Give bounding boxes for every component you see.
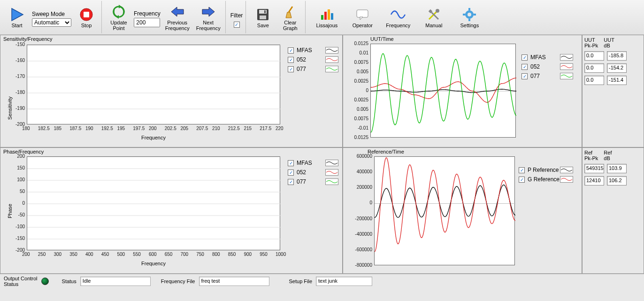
uut-db-0: -185.8 xyxy=(607,51,627,61)
uut-pkpk-1: 0.0 xyxy=(584,63,604,73)
manual-button[interactable]: Manual xyxy=(417,2,450,32)
stop-icon xyxy=(79,7,93,23)
legend-check-052[interactable]: ✓ xyxy=(288,57,294,63)
svg-marker-18 xyxy=(360,17,363,20)
filter-label: Filter xyxy=(230,12,243,19)
svg-line-11 xyxy=(289,7,292,12)
uut-check-077[interactable]: ✓ xyxy=(521,73,528,79)
sweep-mode-label: Sweep Mode xyxy=(32,11,65,17)
chart-sensitivity xyxy=(27,45,280,124)
ref-db-1: 106.2 xyxy=(607,176,627,185)
start-button[interactable]: Start xyxy=(5,2,29,32)
legend-sensitivity: ✓MFAS ✓052 ✓077 xyxy=(288,47,312,72)
output-control-led xyxy=(41,278,49,285)
svg-rect-25 xyxy=(468,8,470,10)
uut-pkpk-0: 0.0 xyxy=(584,51,604,61)
swatch-077 xyxy=(325,66,338,72)
svg-marker-6 xyxy=(202,7,215,16)
operator-button[interactable]: Operator xyxy=(346,2,379,32)
ref-check-g[interactable]: ✓ xyxy=(519,177,525,183)
uut-check-mfas[interactable]: ✓ xyxy=(521,54,528,61)
frequency-button[interactable]: Frequency xyxy=(382,2,414,32)
output-control-label: Output Control Status xyxy=(4,276,38,287)
chart-phase xyxy=(27,156,280,250)
ref-check-p[interactable]: ✓ xyxy=(519,167,525,173)
svg-rect-28 xyxy=(474,14,476,15)
panel-uut-time: UUT/Time ✓MFAS ✓052 ✓077 0.01250.010.007… xyxy=(343,35,582,147)
uut-db-1: -154.2 xyxy=(607,63,627,73)
side-ref: Ref Pk-Pk Ref dB 549315103.9 12410106.2 xyxy=(582,147,644,274)
svg-rect-13 xyxy=(321,15,323,20)
sweep-mode-select[interactable]: Automatic xyxy=(32,18,71,27)
save-icon xyxy=(256,7,270,23)
frequency-input[interactable] xyxy=(134,18,160,27)
panel-sensitivity-frequency: Sensitivity/Frequency Sensitivity Freque… xyxy=(0,35,343,147)
stop-button[interactable]: Stop xyxy=(74,2,99,32)
main-grid: Sensitivity/Frequency Sensitivity Freque… xyxy=(0,35,644,274)
bars-icon xyxy=(320,7,334,23)
svg-point-24 xyxy=(468,13,471,16)
prev-frequency-button[interactable]: Previous Frequency xyxy=(163,2,192,32)
lissajous-button[interactable]: Lissajous xyxy=(310,2,343,32)
sine-icon xyxy=(390,7,406,23)
phase-check-052[interactable]: ✓ xyxy=(288,170,294,176)
ref-db-0: 103.9 xyxy=(607,164,627,173)
panel-reference-time: Reference/Time ✓P Reference ✓G Reference… xyxy=(343,147,582,274)
svg-rect-26 xyxy=(468,19,470,21)
uut-db-2: -151.4 xyxy=(607,76,627,85)
uut-pkpk-2: 0.0 xyxy=(584,76,604,85)
chart-reference xyxy=(374,156,515,265)
arrow-left-icon xyxy=(170,4,184,20)
clear-graph-button[interactable]: Clear Graph xyxy=(278,2,302,32)
swatch-052 xyxy=(325,56,338,63)
svg-rect-10 xyxy=(264,10,266,13)
swatch-mfas xyxy=(325,47,338,54)
next-frequency-button[interactable]: Next Frequency xyxy=(194,2,222,32)
phase-check-mfas[interactable]: ✓ xyxy=(288,160,294,166)
side-uut: UUT Pk-Pk UUT dB 0.0-185.8 0.0-154.2 0.0… xyxy=(582,35,644,147)
svg-rect-16 xyxy=(331,13,333,20)
settings-button[interactable]: Settings xyxy=(453,2,486,32)
svg-point-20 xyxy=(436,9,439,13)
uut-check-052[interactable]: ✓ xyxy=(521,64,528,70)
svg-marker-12 xyxy=(286,12,291,18)
freq-file-label: Frequency File xyxy=(161,278,195,284)
tools-icon xyxy=(427,7,441,23)
setup-file-value: text junk xyxy=(316,277,372,286)
svg-rect-27 xyxy=(463,14,465,15)
svg-marker-0 xyxy=(12,8,23,21)
arrow-right-icon xyxy=(201,4,215,20)
legend-check-077[interactable]: ✓ xyxy=(288,66,294,72)
ref-pkpk-0: 549315 xyxy=(584,164,604,173)
svg-rect-2 xyxy=(84,12,89,17)
setup-file-label: Setup File xyxy=(289,278,313,284)
refresh-icon xyxy=(111,4,126,20)
frequency-label: Frequency xyxy=(134,10,161,17)
save-button[interactable]: Save xyxy=(251,2,275,32)
filter-checkbox[interactable]: ✓ xyxy=(234,22,240,28)
svg-rect-15 xyxy=(328,9,330,20)
speech-icon xyxy=(355,7,369,23)
status-bar: Output Control Status Status Idle Freque… xyxy=(0,274,644,288)
panel-phase-frequency: Phase/Frequency Phase Frequency ✓MFAS ✓0… xyxy=(0,147,343,274)
chart-uut xyxy=(370,44,516,138)
broom-icon xyxy=(283,4,297,20)
svg-marker-5 xyxy=(171,7,184,16)
svg-rect-14 xyxy=(324,12,327,20)
freq-file-value: freq test xyxy=(199,277,269,286)
legend-check-mfas[interactable]: ✓ xyxy=(288,47,294,54)
svg-rect-17 xyxy=(357,10,368,17)
status-value: Idle xyxy=(80,277,151,286)
play-icon xyxy=(9,7,25,23)
update-point-button[interactable]: Update Point xyxy=(107,2,131,32)
phase-check-077[interactable]: ✓ xyxy=(288,179,294,185)
gear-icon xyxy=(462,7,476,23)
svg-rect-9 xyxy=(260,15,266,19)
ref-pkpk-1: 12410 xyxy=(584,176,604,185)
toolbar: Start Sweep Mode Automatic Stop Update P… xyxy=(0,0,644,35)
status-label: Status xyxy=(62,278,77,284)
